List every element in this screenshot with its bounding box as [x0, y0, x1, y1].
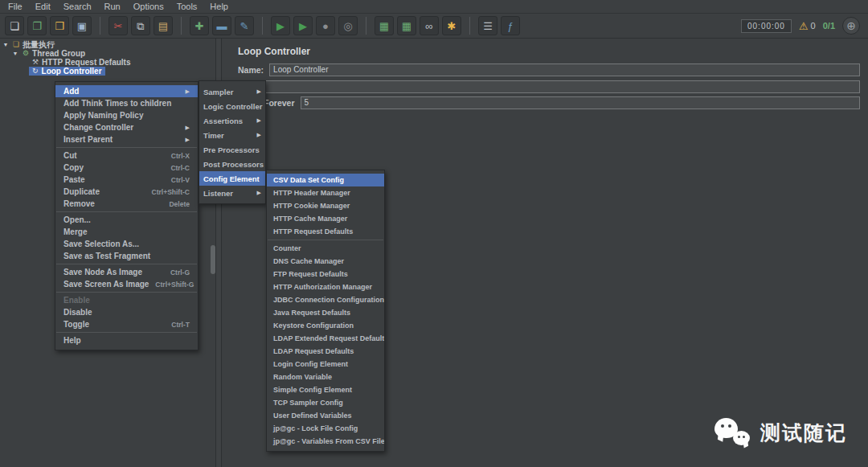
edit-button[interactable]: ✎ — [235, 16, 254, 35]
menu-item-save-selection-as[interactable]: Save Selection As... ▶ — [55, 238, 198, 250]
name-row: Name: — [238, 63, 860, 76]
menu-item-ftp-request-defaults[interactable]: FTP Request Defaults — [267, 268, 384, 281]
menu-item-insert-parent[interactable]: Insert Parent ▶ — [55, 133, 198, 145]
menu-item-keystore-configuration[interactable]: Keystore Configuration — [267, 319, 384, 332]
cut-button[interactable]: ✂ — [108, 16, 128, 35]
name-input[interactable] — [269, 63, 860, 76]
save-button[interactable]: ▣ — [72, 16, 92, 35]
new-file-icon: ❏ — [10, 21, 19, 31]
menu-item-cut[interactable]: Cut Ctrl-X ▶ — [55, 150, 198, 162]
active-thread-counter: 0/1 — [823, 21, 835, 31]
menu-item-help[interactable]: Help ▶ — [55, 334, 198, 346]
loop-count-input[interactable] — [301, 96, 860, 109]
tree-item-thread-group[interactable]: ▼ ⚙ Thread Group — [0, 49, 215, 58]
submenu-arrow-icon: ▶ — [257, 132, 261, 138]
start-no-pauses-button[interactable]: ▶ — [293, 16, 313, 35]
menu-item-logic-controller[interactable]: Logic Controller ▶ — [199, 99, 265, 113]
menu-file[interactable]: File — [2, 0, 29, 13]
menu-item-jpgc-variables-from-csv-file[interactable]: jp@gc - Variables From CSV File — [267, 435, 384, 448]
menu-item-remove[interactable]: Remove Delete ▶ — [55, 198, 198, 210]
remote-start-all-icon: ▦ — [402, 21, 411, 31]
menu-item-user-defined-variables[interactable]: User Defined Variables — [267, 409, 384, 422]
menu-item-pre-processors[interactable]: Pre Processors ▶ — [199, 142, 265, 157]
menu-item-http-cookie-manager[interactable]: HTTP Cookie Manager — [267, 199, 384, 212]
function-helper-icon: ƒ — [507, 21, 513, 31]
menu-item-tcp-sampler-config[interactable]: TCP Sampler Config — [267, 396, 384, 409]
menu-item-save-screen-as-image[interactable]: Save Screen As Image Ctrl+Shift-G ▶ — [55, 278, 198, 290]
add-button[interactable]: ✚ — [190, 16, 209, 35]
shutdown-button[interactable]: ◎ — [338, 16, 358, 35]
menu-help[interactable]: Help — [203, 0, 235, 13]
tree-item-test-plan[interactable]: ▼ ❏ 批量执行 — [0, 40, 215, 49]
copy-button[interactable]: ⧉ — [131, 16, 150, 35]
remove-button[interactable]: ▬ — [212, 16, 231, 35]
open-folder-icon: ❒ — [55, 21, 64, 31]
menu-item-add-think-times[interactable]: Add Think Times to children ▶ — [55, 97, 198, 109]
menu-item-http-cache-manager[interactable]: HTTP Cache Manager — [267, 212, 384, 225]
start-button[interactable]: ▶ — [271, 16, 290, 35]
menu-item-login-config-element[interactable]: Login Config Element — [267, 358, 384, 371]
binoculars-icon: ∞ — [425, 21, 432, 31]
tree-expander-icon[interactable]: ▼ — [11, 49, 19, 58]
separator — [56, 147, 197, 148]
menu-item-random-variable[interactable]: Random Variable — [267, 371, 384, 383]
menu-tools[interactable]: Tools — [170, 0, 204, 13]
menu-item-save-as-test-fragment[interactable]: Save as Test Fragment ▶ — [55, 250, 198, 262]
menu-run[interactable]: Run — [98, 0, 127, 13]
comments-input[interactable] — [225, 80, 860, 93]
menu-item-dns-cache-manager[interactable]: DNS Cache Manager — [267, 255, 384, 268]
search-button[interactable]: ∞ — [420, 16, 439, 35]
menu-search[interactable]: Search — [57, 0, 98, 13]
clear-button[interactable]: ☰ — [478, 16, 497, 35]
menu-item-ldap-extended-request-defaults[interactable]: LDAP Extended Request Defaults — [267, 332, 384, 345]
tree-item-content: ⚙ Thread Group — [19, 49, 88, 58]
warning-icon: ⚠ — [799, 21, 809, 31]
menu-item-config-element[interactable]: Config Element ▶ — [199, 171, 265, 186]
menu-item-disable[interactable]: Disable ▶ — [55, 306, 198, 318]
open-file-button[interactable]: ❒ — [50, 16, 69, 35]
tree-expander-icon[interactable]: ▼ — [2, 40, 10, 49]
menu-item-csv-data-set-config[interactable]: CSV Data Set Config — [267, 174, 384, 186]
menu-item-add[interactable]: Add ▶ — [55, 85, 198, 97]
menu-item-http-request-defaults[interactable]: HTTP Request Defaults — [267, 225, 384, 238]
menu-item-http-header-manager[interactable]: HTTP Header Manager — [267, 186, 384, 199]
new-file-button[interactable]: ❏ — [5, 16, 24, 35]
tree-item-loop-controller[interactable]: ↻ Loop Controller — [0, 67, 215, 76]
templates-button[interactable]: ❐ — [27, 16, 47, 35]
menu-item-simple-config-element[interactable]: Simple Config Element — [267, 383, 384, 396]
menu-item-copy[interactable]: Copy Ctrl-C ▶ — [55, 162, 198, 174]
menu-item-counter[interactable]: Counter — [267, 242, 384, 255]
search-reset-button[interactable]: ✱ — [442, 16, 461, 35]
menu-item-change-controller[interactable]: Change Controller ▶ — [55, 121, 198, 133]
menu-item-toggle[interactable]: Toggle Ctrl-T ▶ — [55, 318, 198, 330]
menu-options[interactable]: Options — [127, 0, 170, 13]
tree-item-http-request-defaults[interactable]: ⚒ HTTP Request Defaults — [0, 58, 215, 67]
remote-start-all-button[interactable]: ▦ — [397, 16, 416, 35]
remote-start-button[interactable]: ▦ — [375, 16, 394, 35]
menu-item-sampler[interactable]: Sampler ▶ — [199, 84, 265, 99]
paste-button[interactable]: ▤ — [154, 16, 173, 35]
tree-scrollbar-thumb[interactable] — [211, 245, 215, 274]
menu-item-enable[interactable]: Enable ▶ — [55, 294, 198, 306]
globe-icon[interactable]: ⊕ — [842, 17, 860, 35]
menu-item-merge[interactable]: Merge ▶ — [55, 226, 198, 238]
menu-item-jdbc-connection-configuration[interactable]: JDBC Connection Configuration — [267, 293, 384, 306]
menu-item-assertions[interactable]: Assertions ▶ — [199, 113, 265, 128]
menu-item-jpgc-lock-file-config[interactable]: jp@gc - Lock File Config — [267, 422, 384, 435]
menu-item-post-processors[interactable]: Post Processors ▶ — [199, 157, 265, 171]
menu-item-paste[interactable]: Paste Ctrl-V ▶ — [55, 174, 198, 186]
menu-item-http-authorization-manager[interactable]: HTTP Authorization Manager — [267, 281, 384, 293]
menu-item-timer[interactable]: Timer ▶ — [199, 128, 265, 142]
menu-item-apply-naming-policy[interactable]: Apply Naming Policy ▶ — [55, 109, 198, 121]
menu-item-java-request-defaults[interactable]: Java Request Defaults — [267, 306, 384, 319]
test-plan-icon: ❏ — [13, 41, 19, 48]
menu-item-listener[interactable]: Listener ▶ — [199, 186, 265, 200]
stop-button[interactable]: ● — [316, 16, 335, 35]
menu-item-open[interactable]: Open... ▶ — [55, 214, 198, 226]
menu-item-duplicate[interactable]: Duplicate Ctrl+Shift-C ▶ — [55, 186, 198, 198]
menu-edit[interactable]: Edit — [29, 0, 57, 13]
menu-item-ldap-request-defaults[interactable]: LDAP Request Defaults — [267, 345, 384, 358]
function-helper-button[interactable]: ƒ — [501, 16, 520, 35]
log-error-indicator[interactable]: ⚠ 0 — [799, 21, 816, 31]
menu-item-save-node-as-image[interactable]: Save Node As Image Ctrl-G ▶ — [55, 266, 198, 278]
